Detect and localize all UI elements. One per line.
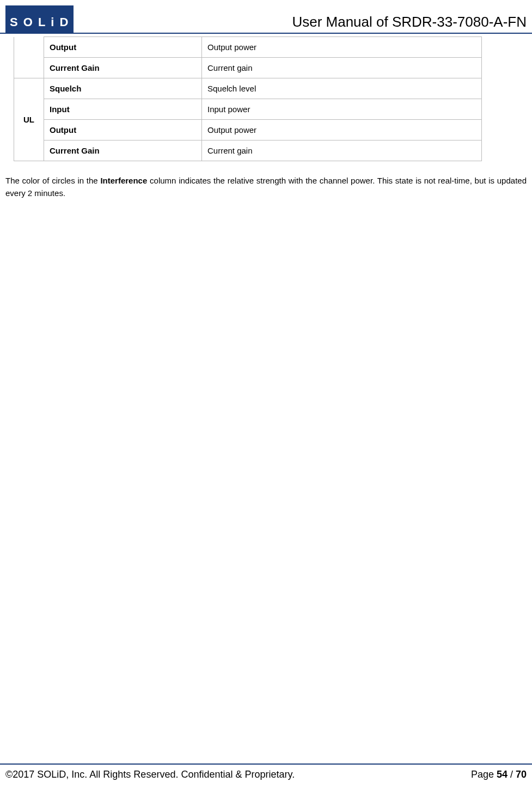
page-number: Page 54 / 70 <box>471 769 527 780</box>
label-cell: Current Gain <box>44 58 202 78</box>
desc-cell: Output power <box>202 37 482 58</box>
page-total: 70 <box>516 769 527 780</box>
logo: S O L i D <box>5 5 74 33</box>
parameters-table: Output Output power Current Gain Current… <box>14 36 482 161</box>
body-paragraph: The color of circles in the Interference… <box>5 175 527 199</box>
table-row: UL Squelch Squelch level <box>14 78 482 99</box>
label-cell: Output <box>44 37 202 58</box>
label-cell: Current Gain <box>44 141 202 161</box>
page-footer: ©2017 SOLiD, Inc. All Rights Reserved. C… <box>0 764 532 780</box>
content-area: Output Output power Current Gain Current… <box>0 36 532 199</box>
table-row: Current Gain Current gain <box>14 58 482 78</box>
label-cell: Output <box>44 120 202 141</box>
page-current: 54 <box>497 769 507 780</box>
table-row: Output Output power <box>14 120 482 141</box>
desc-cell: Current gain <box>202 141 482 161</box>
page-header: S O L i D User Manual of SRDR-33-7080-A-… <box>0 0 532 34</box>
page-label: Page <box>471 769 497 780</box>
table-row: Input Input power <box>14 99 482 120</box>
paragraph-text: The color of circles in the <box>5 176 100 185</box>
page-sep: / <box>507 769 516 780</box>
copyright-text: ©2017 SOLiD, Inc. All Rights Reserved. C… <box>5 769 295 780</box>
desc-cell: Squelch level <box>202 78 482 99</box>
group-cell-empty <box>14 37 44 78</box>
table-row: Current Gain Current gain <box>14 141 482 161</box>
desc-cell: Input power <box>202 99 482 120</box>
desc-cell: Current gain <box>202 58 482 78</box>
group-cell-ul: UL <box>14 78 44 161</box>
label-cell: Input <box>44 99 202 120</box>
paragraph-bold: Interference <box>100 176 147 185</box>
table-row: Output Output power <box>14 37 482 58</box>
desc-cell: Output power <box>202 120 482 141</box>
label-cell: Squelch <box>44 78 202 99</box>
document-title: User Manual of SRDR-33-7080-A-FN <box>74 14 532 33</box>
